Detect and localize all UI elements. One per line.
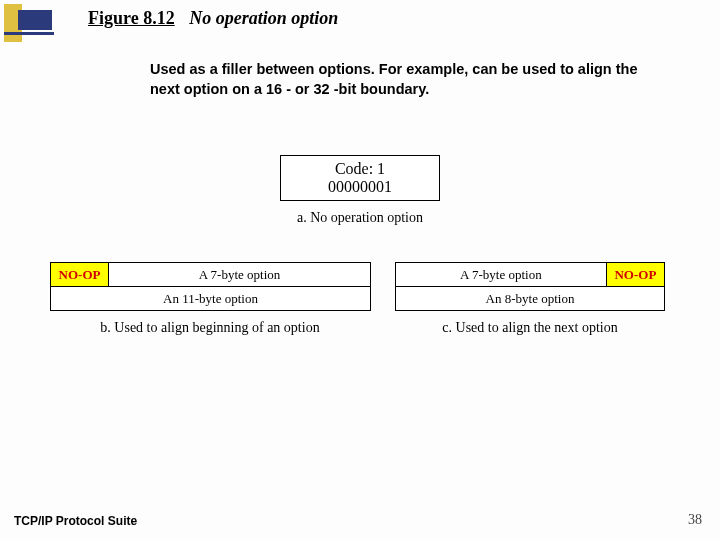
eleven-byte-cell: An 11-byte option — [51, 287, 371, 311]
code-label: Code: 1 — [281, 160, 439, 178]
eight-byte-cell: An 8-byte option — [396, 287, 665, 311]
seven-byte-cell-c: A 7-byte option — [396, 263, 607, 287]
figure-heading: Figure 8.12 No operation option — [88, 8, 338, 29]
slide-corner-decoration — [4, 4, 58, 46]
figure-description: Used as a filler between options. For ex… — [150, 60, 670, 99]
footer-book-title: TCP/IP Protocol Suite — [14, 514, 137, 528]
caption-a: a. No operation option — [280, 210, 440, 226]
page-number: 38 — [688, 512, 702, 528]
code-box: Code: 1 00000001 — [280, 155, 440, 201]
figure-number: Figure 8.12 — [88, 8, 175, 28]
noop-cell-c: NO-OP — [606, 263, 664, 287]
diagram-c: A 7-byte option NO-OP An 8-byte option — [395, 262, 665, 311]
seven-byte-cell: A 7-byte option — [109, 263, 371, 287]
caption-b: b. Used to align beginning of an option — [50, 320, 370, 336]
figure-title: No operation option — [189, 8, 338, 28]
diagram-b: NO-OP A 7-byte option An 11-byte option — [50, 262, 371, 311]
code-binary: 00000001 — [281, 178, 439, 196]
caption-c: c. Used to align the next option — [395, 320, 665, 336]
noop-cell: NO-OP — [51, 263, 109, 287]
